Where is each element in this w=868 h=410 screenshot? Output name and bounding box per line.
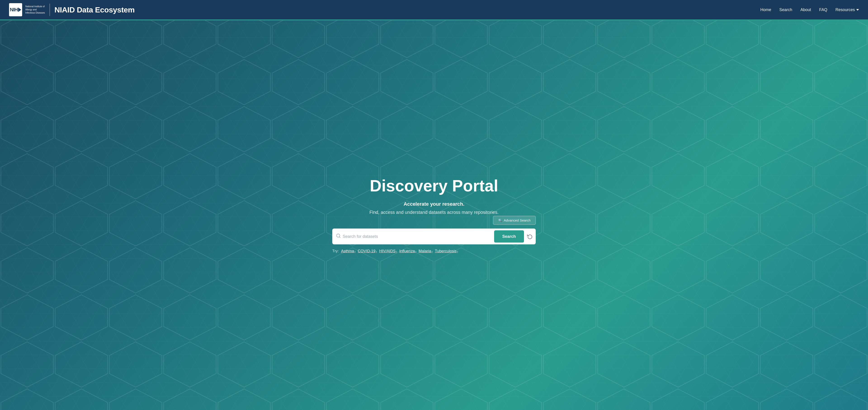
chevron-right-icon: › <box>354 250 355 253</box>
try-link-malaria[interactable]: Malaria › <box>418 249 433 254</box>
navbar: NIH National Institute of Allergy and In… <box>0 0 868 20</box>
try-row: Try: Asthma › COVID-19 › HIV/AIDS › Infl… <box>332 249 536 254</box>
try-link-tuberculosis[interactable]: Tuberculosis › <box>435 249 458 254</box>
nav-link-about[interactable]: About <box>800 7 811 12</box>
history-icon <box>527 234 532 239</box>
hero-subtitle: Find, access and understand datasets acr… <box>332 210 536 215</box>
nav-link-faq[interactable]: FAQ <box>819 7 827 12</box>
search-bar: Search <box>332 229 536 244</box>
chevron-right-icon: › <box>415 250 416 253</box>
try-link-asthma[interactable]: Asthma › <box>341 249 355 254</box>
hero-subtitle-bold: Accelerate your research. <box>332 201 536 207</box>
nav-divider <box>50 4 50 16</box>
hero-section: Discovery Portal Accelerate your researc… <box>0 20 868 410</box>
try-link-hivaids[interactable]: HIV/AIDS › <box>379 249 397 254</box>
advanced-search-button[interactable]: 🔍 Advanced Search <box>493 216 536 225</box>
try-link-influenza[interactable]: Influenza › <box>399 249 416 254</box>
search-icon <box>336 233 341 240</box>
hero-title: Discovery Portal <box>332 177 536 195</box>
nav-link-home[interactable]: Home <box>761 7 771 12</box>
nih-text: NIH <box>10 7 18 13</box>
advanced-search-label: Advanced Search <box>504 218 530 222</box>
try-link-covid19[interactable]: COVID-19 › <box>358 249 377 254</box>
nih-subtitle-block: National Institute of Allergy and Infect… <box>25 5 45 14</box>
chevron-down-icon <box>856 9 859 11</box>
search-button[interactable]: Search <box>494 230 524 242</box>
search-input[interactable] <box>343 234 492 239</box>
chevron-right-icon: › <box>396 250 397 253</box>
chevron-right-icon: › <box>432 250 433 253</box>
site-title: NIAID Data Ecosystem <box>55 5 135 14</box>
nih-arrow-icon <box>18 7 21 12</box>
svg-line-3 <box>339 237 340 238</box>
nav-links: Home Search About FAQ Resources <box>761 7 859 12</box>
hero-content: Discovery Portal Accelerate your researc… <box>332 177 536 254</box>
nav-link-search[interactable]: Search <box>779 7 792 12</box>
nih-logo-inner: NIH <box>10 7 22 13</box>
chevron-right-icon: › <box>457 250 458 253</box>
nav-link-resources[interactable]: Resources <box>835 7 859 12</box>
chevron-right-icon: › <box>376 250 377 253</box>
try-label: Try: <box>332 249 339 254</box>
search-history-button[interactable] <box>526 232 534 240</box>
search-area: 🔍 Advanced Search Search <box>332 229 536 254</box>
nih-logo-box: NIH <box>9 3 22 16</box>
search-icon-small: 🔍 <box>498 218 502 222</box>
nav-logo[interactable]: NIH National Institute of Allergy and In… <box>9 3 45 16</box>
nih-subtitle: National Institute of Allergy and Infect… <box>25 5 45 14</box>
